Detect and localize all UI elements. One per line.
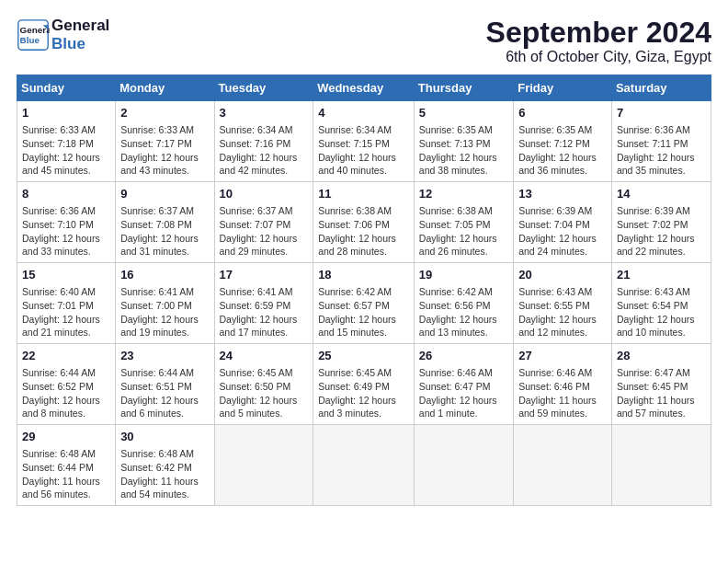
day-number: 9 (120, 186, 209, 202)
day-number: 30 (120, 429, 209, 445)
calendar-week-row: 8Sunrise: 6:36 AMSunset: 7:10 PMDaylight… (17, 182, 711, 263)
calendar-cell: 26Sunrise: 6:46 AMSunset: 6:47 PMDayligh… (414, 344, 513, 425)
logo-blue: Blue (51, 35, 109, 53)
day-number: 15 (22, 267, 110, 283)
day-number: 22 (22, 348, 110, 364)
day-info: Sunrise: 6:34 AMSunset: 7:15 PMDaylight:… (318, 123, 409, 178)
calendar-cell: 29Sunrise: 6:48 AMSunset: 6:44 PMDayligh… (17, 424, 116, 505)
calendar-cell: 23Sunrise: 6:44 AMSunset: 6:51 PMDayligh… (116, 344, 214, 425)
calendar-cell (611, 424, 711, 505)
calendar-cell: 22Sunrise: 6:44 AMSunset: 6:52 PMDayligh… (17, 344, 116, 425)
page: General Blue General Blue September 2024… (0, 0, 728, 563)
day-info: Sunrise: 6:48 AMSunset: 6:42 PMDaylight:… (120, 447, 209, 501)
logo: General Blue General Blue (17, 17, 109, 52)
day-number: 23 (120, 348, 209, 364)
day-info: Sunrise: 6:38 AMSunset: 7:05 PMDaylight:… (419, 204, 508, 259)
day-info: Sunrise: 6:34 AMSunset: 7:16 PMDaylight:… (220, 123, 309, 178)
day-number: 29 (22, 429, 110, 445)
day-info: Sunrise: 6:44 AMSunset: 6:52 PMDaylight:… (22, 366, 110, 420)
day-number: 1 (22, 105, 110, 121)
day-info: Sunrise: 6:35 AMSunset: 7:12 PMDaylight:… (518, 123, 607, 178)
calendar-cell: 8Sunrise: 6:36 AMSunset: 7:10 PMDaylight… (17, 182, 116, 263)
logo-text: General Blue (51, 17, 109, 52)
day-number: 7 (617, 105, 706, 121)
day-number: 10 (220, 186, 309, 202)
calendar-cell: 15Sunrise: 6:40 AMSunset: 7:01 PMDayligh… (17, 263, 116, 344)
day-info: Sunrise: 6:42 AMSunset: 6:57 PMDaylight:… (318, 285, 409, 339)
day-info: Sunrise: 6:44 AMSunset: 6:51 PMDaylight:… (120, 366, 209, 420)
calendar-cell: 20Sunrise: 6:43 AMSunset: 6:55 PMDayligh… (514, 263, 612, 344)
calendar-day-header: Thursday (414, 75, 513, 101)
calendar-cell: 11Sunrise: 6:38 AMSunset: 7:06 PMDayligh… (313, 182, 415, 263)
header: General Blue General Blue September 2024… (17, 17, 711, 65)
day-info: Sunrise: 6:46 AMSunset: 6:46 PMDaylight:… (518, 366, 607, 420)
day-info: Sunrise: 6:45 AMSunset: 6:50 PMDaylight:… (220, 366, 309, 420)
day-number: 21 (617, 267, 706, 283)
calendar-cell: 16Sunrise: 6:41 AMSunset: 7:00 PMDayligh… (116, 263, 214, 344)
day-number: 26 (419, 348, 508, 364)
calendar-cell: 30Sunrise: 6:48 AMSunset: 6:42 PMDayligh… (116, 424, 214, 505)
calendar-day-header: Saturday (611, 75, 711, 101)
day-info: Sunrise: 6:36 AMSunset: 7:11 PMDaylight:… (617, 123, 706, 178)
day-number: 17 (220, 267, 309, 283)
calendar-cell: 3Sunrise: 6:34 AMSunset: 7:16 PMDaylight… (214, 101, 313, 182)
day-info: Sunrise: 6:43 AMSunset: 6:55 PMDaylight:… (518, 285, 607, 339)
calendar-cell: 19Sunrise: 6:42 AMSunset: 6:56 PMDayligh… (414, 263, 513, 344)
day-info: Sunrise: 6:39 AMSunset: 7:04 PMDaylight:… (518, 204, 607, 259)
day-info: Sunrise: 6:42 AMSunset: 6:56 PMDaylight:… (419, 285, 508, 339)
calendar-week-row: 1Sunrise: 6:33 AMSunset: 7:18 PMDaylight… (17, 101, 711, 182)
calendar-cell: 18Sunrise: 6:42 AMSunset: 6:57 PMDayligh… (313, 263, 415, 344)
calendar-cell: 1Sunrise: 6:33 AMSunset: 7:18 PMDaylight… (17, 101, 116, 182)
calendar-cell (313, 424, 415, 505)
day-info: Sunrise: 6:40 AMSunset: 7:01 PMDaylight:… (22, 285, 110, 339)
day-info: Sunrise: 6:46 AMSunset: 6:47 PMDaylight:… (419, 366, 508, 420)
calendar-day-header: Tuesday (214, 75, 313, 101)
day-number: 18 (318, 267, 409, 283)
day-info: Sunrise: 6:37 AMSunset: 7:07 PMDaylight:… (220, 204, 309, 259)
calendar-cell: 25Sunrise: 6:45 AMSunset: 6:49 PMDayligh… (313, 344, 415, 425)
calendar-cell: 7Sunrise: 6:36 AMSunset: 7:11 PMDaylight… (611, 101, 711, 182)
day-number: 25 (318, 348, 409, 364)
calendar-cell: 2Sunrise: 6:33 AMSunset: 7:17 PMDaylight… (116, 101, 214, 182)
calendar-cell: 12Sunrise: 6:38 AMSunset: 7:05 PMDayligh… (414, 182, 513, 263)
day-number: 24 (220, 348, 309, 364)
day-number: 8 (22, 186, 110, 202)
day-number: 11 (318, 186, 409, 202)
day-number: 16 (120, 267, 209, 283)
title-block: September 2024 6th of October City, Giza… (486, 17, 711, 65)
calendar-cell: 21Sunrise: 6:43 AMSunset: 6:54 PMDayligh… (611, 263, 711, 344)
calendar-day-header: Monday (116, 75, 214, 101)
day-number: 28 (617, 348, 706, 364)
calendar-cell: 5Sunrise: 6:35 AMSunset: 7:13 PMDaylight… (414, 101, 513, 182)
day-number: 2 (120, 105, 209, 121)
calendar-day-header: Sunday (17, 75, 116, 101)
day-info: Sunrise: 6:36 AMSunset: 7:10 PMDaylight:… (22, 204, 110, 259)
calendar-cell (514, 424, 612, 505)
day-info: Sunrise: 6:35 AMSunset: 7:13 PMDaylight:… (419, 123, 508, 178)
calendar-week-row: 22Sunrise: 6:44 AMSunset: 6:52 PMDayligh… (17, 344, 711, 425)
day-info: Sunrise: 6:33 AMSunset: 7:18 PMDaylight:… (22, 123, 110, 178)
calendar-header-row: SundayMondayTuesdayWednesdayThursdayFrid… (17, 75, 711, 101)
day-number: 5 (419, 105, 508, 121)
day-number: 3 (220, 105, 309, 121)
calendar-table: SundayMondayTuesdayWednesdayThursdayFrid… (17, 75, 711, 506)
day-number: 20 (518, 267, 607, 283)
day-number: 12 (419, 186, 508, 202)
calendar-cell: 28Sunrise: 6:47 AMSunset: 6:45 PMDayligh… (611, 344, 711, 425)
calendar-cell: 17Sunrise: 6:41 AMSunset: 6:59 PMDayligh… (214, 263, 313, 344)
day-number: 14 (617, 186, 706, 202)
page-subtitle: 6th of October City, Giza, Egypt (486, 49, 711, 65)
day-info: Sunrise: 6:38 AMSunset: 7:06 PMDaylight:… (318, 204, 409, 259)
calendar-cell: 24Sunrise: 6:45 AMSunset: 6:50 PMDayligh… (214, 344, 313, 425)
day-info: Sunrise: 6:41 AMSunset: 7:00 PMDaylight:… (120, 285, 209, 339)
day-number: 6 (518, 105, 607, 121)
day-info: Sunrise: 6:45 AMSunset: 6:49 PMDaylight:… (318, 366, 409, 420)
day-number: 13 (518, 186, 607, 202)
calendar-cell (414, 424, 513, 505)
calendar-cell: 27Sunrise: 6:46 AMSunset: 6:46 PMDayligh… (514, 344, 612, 425)
calendar-day-header: Wednesday (313, 75, 415, 101)
day-number: 4 (318, 105, 409, 121)
calendar-cell: 4Sunrise: 6:34 AMSunset: 7:15 PMDaylight… (313, 101, 415, 182)
svg-text:Blue: Blue (20, 35, 40, 45)
calendar-cell (214, 424, 313, 505)
